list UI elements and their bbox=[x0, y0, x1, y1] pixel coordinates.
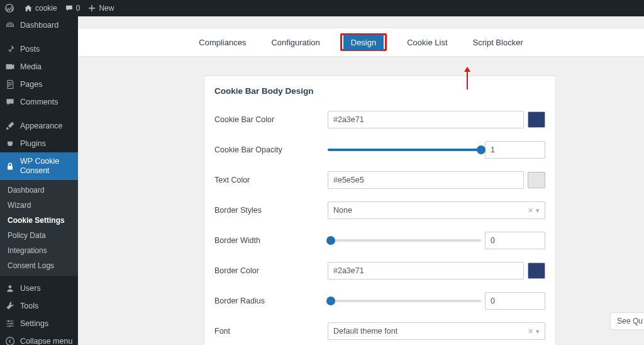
field-font: Font Default theme font ✕▾ bbox=[204, 316, 555, 345]
submenu-wp-cookie: Dashboard Wizard Cookie Settings Policy … bbox=[0, 180, 78, 276]
annotation-arrow bbox=[467, 71, 468, 89]
menu-collapse[interactable]: Collapse menu bbox=[0, 332, 78, 345]
menu-plugins[interactable]: Plugins bbox=[0, 135, 78, 152]
menu-posts[interactable]: Posts bbox=[0, 40, 78, 58]
field-label: Text Color bbox=[214, 176, 328, 184]
main-content: Compliances Configuration Design Cookie … bbox=[78, 16, 644, 345]
text-color-input[interactable] bbox=[328, 171, 524, 189]
menu-label: Media bbox=[20, 62, 42, 71]
field-label: Cookie Bar Color bbox=[214, 115, 328, 124]
select-value: None bbox=[333, 206, 352, 215]
cookie-bar-color-swatch[interactable] bbox=[528, 111, 545, 128]
submenu-policy-data[interactable]: Policy Data bbox=[0, 228, 78, 243]
pages-icon bbox=[5, 79, 15, 89]
submenu-cookie-settings[interactable]: Cookie Settings bbox=[0, 213, 78, 228]
submenu-dashboard[interactable]: Dashboard bbox=[0, 183, 78, 198]
menu-media[interactable]: Media bbox=[0, 58, 78, 76]
menu-label: Collapse menu bbox=[20, 337, 72, 345]
menu-settings[interactable]: Settings bbox=[0, 315, 78, 332]
field-label: Border Width bbox=[214, 236, 328, 245]
lock-icon bbox=[5, 161, 15, 171]
field-label: Border Radius bbox=[214, 297, 328, 305]
submenu-wizard[interactable]: Wizard bbox=[0, 198, 78, 213]
field-cookie-bar-color: Cookie Bar Color bbox=[204, 105, 555, 135]
menu-label: Tools bbox=[20, 302, 38, 310]
slider-track bbox=[328, 149, 481, 151]
menu-label: Appearance bbox=[20, 122, 62, 130]
menu-label: Plugins bbox=[20, 139, 46, 148]
menu-appearance[interactable]: Appearance bbox=[0, 117, 78, 135]
menu-label: Pages bbox=[20, 80, 42, 89]
home-icon bbox=[24, 4, 33, 13]
opacity-slider[interactable] bbox=[328, 149, 481, 151]
border-radius-value[interactable]: 0 bbox=[485, 292, 545, 310]
clear-icon[interactable]: ✕ bbox=[528, 206, 533, 215]
panel-title: Cookie Bar Body Design bbox=[204, 76, 555, 105]
menu-tools[interactable]: Tools bbox=[0, 297, 78, 315]
admin-bar: cookie 0 New bbox=[0, 0, 644, 16]
brush-icon bbox=[5, 121, 15, 131]
font-select[interactable]: Default theme font ✕▾ bbox=[328, 322, 545, 340]
comment-icon bbox=[65, 4, 74, 13]
field-label: Cookie Bar Opacity bbox=[214, 145, 328, 154]
pin-icon bbox=[5, 44, 15, 54]
border-width-value[interactable]: 0 bbox=[485, 232, 545, 249]
dashboard-icon bbox=[5, 20, 15, 30]
border-styles-select[interactable]: None ✕▾ bbox=[328, 201, 545, 219]
wp-logo[interactable] bbox=[5, 4, 16, 13]
text-color-swatch[interactable] bbox=[528, 172, 545, 188]
menu-comments[interactable]: Comments bbox=[0, 93, 78, 111]
tab-design[interactable]: Design bbox=[343, 35, 384, 50]
site-link[interactable]: cookie bbox=[24, 4, 57, 13]
users-icon bbox=[5, 283, 15, 293]
menu-label: Users bbox=[20, 284, 41, 293]
cookie-bar-color-input[interactable] bbox=[328, 111, 524, 128]
comments-link[interactable]: 0 bbox=[65, 4, 80, 13]
tab-cookie-list[interactable]: Cookie List bbox=[402, 35, 452, 50]
sliders-icon bbox=[5, 319, 15, 329]
field-label: Border Color bbox=[214, 266, 328, 275]
wordpress-icon bbox=[5, 4, 14, 13]
svg-point-1 bbox=[9, 285, 12, 288]
menu-dashboard[interactable]: Dashboard bbox=[0, 16, 78, 34]
border-radius-slider[interactable] bbox=[328, 300, 481, 302]
highlight-outline: Design bbox=[340, 33, 387, 51]
tab-compliances[interactable]: Compliances bbox=[194, 35, 251, 50]
help-floater[interactable]: See Qu bbox=[610, 312, 644, 330]
menu-pages[interactable]: Pages bbox=[0, 76, 78, 93]
slider-thumb[interactable] bbox=[326, 236, 335, 245]
select-value: Default theme font bbox=[333, 327, 397, 336]
site-name: cookie bbox=[35, 4, 57, 13]
border-color-swatch[interactable] bbox=[528, 263, 545, 279]
tab-configuration[interactable]: Configuration bbox=[266, 35, 325, 50]
opacity-value[interactable]: 1 bbox=[485, 141, 545, 159]
field-label: Font bbox=[214, 327, 328, 336]
new-label: New bbox=[99, 4, 114, 13]
border-width-slider[interactable] bbox=[328, 239, 481, 242]
field-border-color: Border Color bbox=[204, 256, 555, 286]
chevron-down-icon[interactable]: ▾ bbox=[536, 206, 540, 215]
menu-label: Dashboard bbox=[20, 21, 58, 30]
design-panel: Cookie Bar Body Design Cookie Bar Color … bbox=[204, 76, 556, 345]
submenu-consent-logs[interactable]: Consent Logs bbox=[0, 258, 78, 273]
field-border-width: Border Width 0 bbox=[204, 225, 555, 256]
menu-label: Posts bbox=[20, 45, 40, 54]
clear-icon[interactable]: ✕ bbox=[528, 327, 533, 336]
admin-sidebar: Dashboard Posts Media Pages Comments App… bbox=[0, 16, 78, 345]
chevron-down-icon[interactable]: ▾ bbox=[536, 327, 540, 336]
border-color-input[interactable] bbox=[328, 262, 524, 280]
field-opacity: Cookie Bar Opacity 1 bbox=[204, 135, 555, 165]
tabs-container: Compliances Configuration Design Cookie … bbox=[78, 28, 644, 57]
submenu-integrations[interactable]: Integrations bbox=[0, 243, 78, 258]
tab-script-blocker[interactable]: Script Blocker bbox=[468, 35, 528, 50]
menu-users[interactable]: Users bbox=[0, 280, 78, 297]
plug-icon bbox=[5, 139, 15, 149]
media-icon bbox=[5, 62, 15, 72]
new-link[interactable]: New bbox=[87, 4, 114, 13]
menu-wp-cookie[interactable]: WP Cookie Consent bbox=[0, 152, 78, 180]
menu-label: Settings bbox=[20, 319, 48, 328]
collapse-icon bbox=[5, 336, 15, 345]
slider-thumb[interactable] bbox=[477, 145, 486, 154]
comments-count: 0 bbox=[76, 4, 80, 13]
slider-thumb[interactable] bbox=[326, 297, 335, 305]
